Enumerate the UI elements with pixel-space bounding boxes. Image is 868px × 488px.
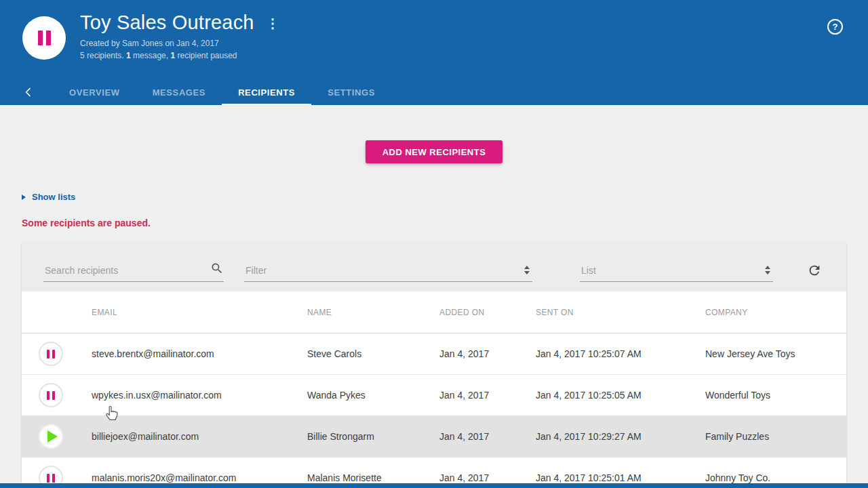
resume-recipient-button[interactable] [39, 424, 63, 449]
stats-count: 1 [126, 51, 131, 60]
table-row[interactable]: billiejoex@mailinator.com Billie Stronga… [22, 416, 846, 458]
column-header-company: COMPANY [705, 308, 846, 317]
pause-icon [38, 30, 43, 45]
name-cell: Wanda Pykes [307, 390, 439, 401]
tab-recipients[interactable]: RECIPIENTS [222, 79, 311, 105]
search-field [43, 262, 224, 282]
tab-bar: OVERVIEW MESSAGES RECIPIENTS SETTINGS [0, 79, 868, 105]
filter-dropdown[interactable]: Filter [244, 262, 532, 282]
sent-cell: Jan 4, 2017 10:29:27 AM [536, 431, 705, 442]
recipients-card: Filter List EMAIL NAME ADDED ON SENT ON … [22, 243, 846, 483]
email-cell: malanis.moris20x@mailinator.com [92, 472, 307, 483]
added-cell: Jan 4, 2017 [439, 390, 536, 401]
stats-text: message, [131, 51, 171, 60]
added-cell: Jan 4, 2017 [439, 348, 536, 359]
name-cell: Steve Carols [307, 348, 439, 359]
pause-recipient-button[interactable] [39, 342, 63, 366]
play-icon [47, 430, 58, 443]
refresh-icon[interactable] [807, 263, 822, 281]
triangle-right-icon [22, 195, 26, 200]
show-lists-toggle[interactable]: Show lists [22, 192, 75, 202]
email-cell: billiejoex@mailinator.com [92, 431, 307, 442]
campaign-avatar [22, 16, 66, 60]
company-cell: New Jersey Ave Toys [705, 348, 846, 359]
table-header-row: EMAIL NAME ADDED ON SENT ON COMPANY [22, 291, 846, 333]
pause-recipient-button[interactable] [39, 466, 63, 483]
name-cell: Malanis Morisette [307, 472, 439, 483]
added-cell: Jan 4, 2017 [439, 472, 536, 483]
created-by-line: Created by Sam Jones on Jan 4, 2017 [80, 39, 279, 48]
table-row[interactable]: wpykes.in.usx@mailinator.com Wanda Pykes… [22, 375, 846, 416]
table-row[interactable]: malanis.moris20x@mailinator.com Malanis … [22, 458, 846, 483]
table-row[interactable]: steve.brentx@mailinator.com Steve Carols… [22, 333, 846, 375]
sort-arrows-icon [765, 266, 770, 274]
sent-cell: Jan 4, 2017 10:25:07 AM [536, 348, 705, 359]
kebab-menu-icon[interactable]: ⋮ [267, 17, 279, 30]
tab-overview[interactable]: OVERVIEW [53, 79, 136, 105]
column-header-added: ADDED ON [439, 308, 536, 317]
column-header-sent: SENT ON [536, 308, 705, 317]
add-new-recipients-button[interactable]: ADD NEW RECIPIENTS [366, 140, 503, 163]
list-placeholder: List [581, 265, 596, 276]
email-cell: steve.brentx@mailinator.com [92, 348, 307, 359]
sent-cell: Jan 4, 2017 10:25:05 AM [536, 390, 705, 401]
added-cell: Jan 4, 2017 [439, 431, 536, 442]
help-icon[interactable]: ? [827, 19, 843, 35]
tab-settings[interactable]: SETTINGS [311, 79, 391, 105]
campaign-header: Toy Sales Outreach ⋮ Created by Sam Jone… [0, 0, 868, 105]
column-header-name: NAME [307, 308, 439, 317]
company-cell: Johnny Toy Co. [705, 472, 846, 483]
name-cell: Billie Strongarm [307, 431, 439, 442]
stats-text: recipient paused [175, 51, 237, 60]
email-cell: wpykes.in.usx@mailinator.com [92, 390, 307, 401]
search-input[interactable] [43, 265, 199, 281]
back-chevron-icon[interactable] [23, 79, 39, 105]
table-toolbar: Filter List [22, 243, 846, 291]
sent-cell: Jan 4, 2017 10:25:01 AM [536, 472, 705, 483]
paused-warning-text: Some recipients are paused. [22, 218, 868, 228]
list-dropdown[interactable]: List [580, 262, 773, 282]
bottom-blue-bar [0, 483, 868, 488]
pause-icon [46, 30, 51, 45]
company-cell: Family Puzzles [705, 431, 846, 442]
company-cell: Wonderful Toys [705, 390, 846, 401]
search-icon[interactable] [210, 262, 224, 278]
page-title: Toy Sales Outreach [80, 12, 254, 34]
tab-messages[interactable]: MESSAGES [136, 79, 222, 105]
sort-arrows-icon [524, 266, 530, 274]
column-header-email: EMAIL [92, 308, 307, 317]
show-lists-label: Show lists [32, 192, 75, 202]
stats-text: 5 recipients. [80, 51, 126, 60]
pause-recipient-button[interactable] [39, 383, 63, 407]
title-block: Toy Sales Outreach ⋮ Created by Sam Jone… [80, 12, 279, 60]
campaign-stats: 5 recipients. 1 message, 1 recipient pau… [80, 51, 279, 60]
filter-placeholder: Filter [245, 265, 267, 276]
